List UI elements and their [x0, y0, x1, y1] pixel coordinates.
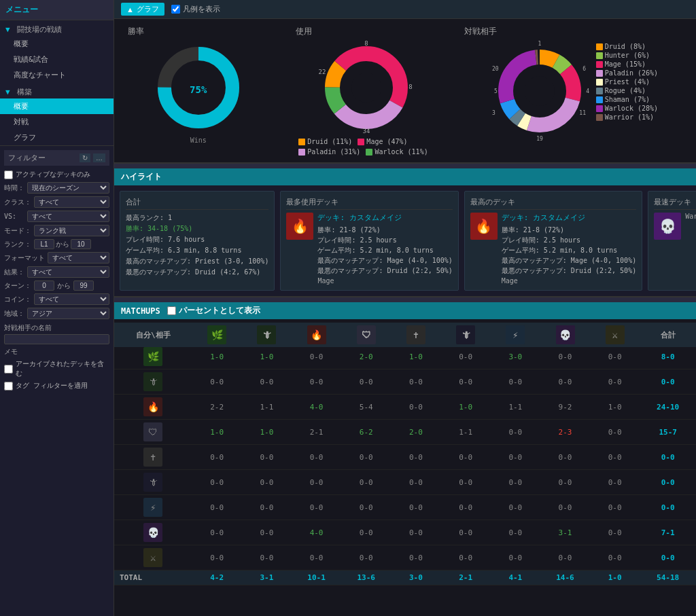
coin-select[interactable]: すべて [34, 293, 109, 305]
opp-priest-color [596, 79, 603, 86]
percent-label: パーセントとして表示 [179, 305, 260, 316]
most-used-line-4: 最悪のマッチアップ: Druid (2:2, 50%) [317, 266, 452, 276]
cell-8-4: 0-0 [391, 545, 440, 570]
cell-8-2: 0-0 [292, 545, 341, 570]
sidebar-item-constructed-overview[interactable]: 概要 [0, 98, 114, 114]
vs-select[interactable]: すべて [27, 211, 109, 222]
cell-7-5: 0-0 [441, 520, 491, 545]
memo-section: メモ [4, 347, 109, 357]
sidebar-item-arena-matches[interactable]: 戦績&試合 [0, 52, 114, 67]
usage-legend-paladin: Paladin (31%) [298, 148, 360, 156]
most-used-line-1: プレイ時間: 2.5 hours [317, 235, 452, 245]
main-content: ▲ グラフ 凡例を表示 勝率 75% Wins [114, 0, 696, 616]
opp-warlock-label: Warlock (28%) [605, 105, 658, 112]
graph-toggle-button[interactable]: ▲ グラフ [121, 3, 164, 16]
turn-from-input[interactable] [34, 280, 54, 291]
rank-filter-row: ランク： から [4, 239, 109, 249]
filter-more-button[interactable]: … [93, 153, 105, 162]
scroll-indicator-2[interactable] [114, 297, 696, 302]
mode-select[interactable]: ランク戦 [34, 225, 109, 236]
time-select[interactable]: 現在のシーズン [27, 182, 109, 194]
cell-3-1: 1-0 [242, 420, 292, 445]
best-info: デッキ: カスタムメイジ 勝率: 21-8 (72%) プレイ時間: 2.5 h… [502, 213, 636, 285]
opponent-input[interactable] [4, 334, 109, 344]
sidebar-section-arena[interactable]: ▼ 闘技場の戦績 [0, 20, 114, 36]
col-icon-8: ⚔ [590, 323, 640, 348]
col-icon-hunter: 🗡 [257, 325, 276, 344]
format-select[interactable]: すべて [48, 252, 109, 264]
warlock-label: Warlock [685, 213, 696, 220]
svg-text:20: 20 [492, 66, 499, 72]
opponent-chart: 対戦相手 [457, 26, 689, 156]
sidebar-item-constructed-matches[interactable]: 対戦 [0, 114, 114, 130]
cell-4-6: 0-0 [491, 445, 540, 470]
turn-to-input[interactable] [73, 280, 94, 291]
sidebar: メニュー ▼ 闘技場の戦績 概要 戦績&試合 高度なチャート ▼ 構築 概要 対… [0, 0, 114, 616]
most-used-line-2: ゲーム平均: 5.2 min, 8.0 turns [317, 245, 452, 255]
rank-to-input[interactable] [71, 239, 91, 249]
tag-label: タグ フィルターを適用 [16, 381, 88, 391]
cell-2-9: 24-10 [640, 395, 696, 420]
footer-val-4: 3-0 [391, 570, 440, 585]
table-row: 🔥2-21-14-05-40-01-01-19-21-024-10 [114, 395, 696, 420]
time-filter-row: 時間： 現在のシーズン [4, 182, 109, 194]
footer-val-0: 4-2 [192, 570, 242, 585]
memo-label: メモ [4, 347, 109, 357]
active-decks-checkbox[interactable] [4, 170, 13, 179]
matchups-section: MATCHUPS パーセントとして表示 自分\相手 🌿 🗡 🔥 🛡 ✝ 🗡 ⚡ … [114, 302, 696, 616]
active-decks-label: アクティブなデッキのみ [16, 170, 90, 179]
sidebar-item-constructed-graphs[interactable]: グラフ [0, 130, 114, 145]
cell-6-5: 0-0 [441, 495, 491, 520]
cell-2-1: 1-1 [242, 395, 292, 420]
cell-1-0: 0-0 [192, 369, 242, 395]
region-label: 地域： [4, 309, 24, 319]
cell-1-8: 0-0 [590, 369, 640, 395]
archive-checkbox[interactable] [4, 365, 13, 374]
row-icon-7: 💀 [143, 523, 162, 542]
class-select[interactable]: すべて [34, 196, 109, 208]
cell-3-2: 2-1 [292, 420, 341, 445]
cell-0-9: 8-0 [640, 344, 696, 369]
cell-4-9: 0-0 [640, 445, 696, 470]
region-select[interactable]: アジア [27, 308, 109, 319]
svg-text:8: 8 [408, 84, 412, 90]
footer-val-total: 54-18 [640, 570, 696, 585]
opp-rogue: Rogue (4%) [596, 87, 658, 94]
sidebar-section-constructed[interactable]: ▼ 構築 [0, 83, 114, 98]
rank-from-input[interactable] [34, 239, 54, 249]
result-filter-row: 結果： すべて [4, 266, 109, 278]
percent-checkbox[interactable] [167, 306, 176, 315]
sidebar-item-arena-charts[interactable]: 高度なチャート [0, 67, 114, 83]
cell-2-0: 2-2 [192, 395, 242, 420]
scroll-indicator[interactable] [114, 163, 696, 168]
winrate-chart: 勝率 75% Wins [121, 26, 275, 156]
cell-1-3: 0-0 [341, 369, 391, 395]
most-used-info: デッキ: カスタムメイジ 勝率: 21-8 (72%) プレイ時間: 2.5 h… [317, 213, 452, 285]
legend-checkbox-row[interactable]: 凡例を表示 [171, 4, 220, 14]
rank-label: ランク： [4, 240, 31, 249]
col-total: 合計 [640, 323, 696, 348]
legend-checkbox-input[interactable] [171, 5, 180, 14]
cell-0-8: 0-0 [590, 344, 640, 369]
tag-filter[interactable]: タグ フィルターを適用 [4, 381, 109, 391]
cell-3-7: 2-3 [540, 420, 590, 445]
col-icon-paladin: 🛡 [357, 325, 376, 344]
opp-shaman-label: Shaman (7%) [605, 96, 650, 103]
sidebar-item-arena-overview[interactable]: 概要 [0, 36, 114, 52]
legend-label: 凡例を表示 [183, 4, 220, 14]
footer-val-1: 3-1 [242, 570, 292, 585]
archive-filter[interactable]: アーカイブされたデッキを含む [4, 359, 109, 378]
winrate-unit: % [201, 84, 207, 95]
total-line-0: 最高ランク: 1 [126, 213, 268, 223]
active-decks-filter[interactable]: アクティブなデッキのみ [4, 170, 109, 179]
highlight-card-best: 最高のデッキ 🔥 デッキ: カスタムメイジ 勝率: 21-8 (72%) プレイ… [464, 191, 642, 291]
tag-checkbox[interactable] [4, 382, 13, 391]
cell-3-3: 6-2 [341, 420, 391, 445]
druid-label: Druid (11%) [307, 138, 352, 145]
filter-refresh-button[interactable]: ↻ [80, 153, 90, 162]
opp-druid-label: Druid (8%) [605, 43, 646, 50]
col-icon-0: 🌿 [192, 323, 242, 348]
result-select[interactable]: すべて [27, 266, 109, 278]
highlight-best-title: 最高のデッキ [470, 197, 636, 210]
cell-4-5: 0-0 [441, 445, 491, 470]
